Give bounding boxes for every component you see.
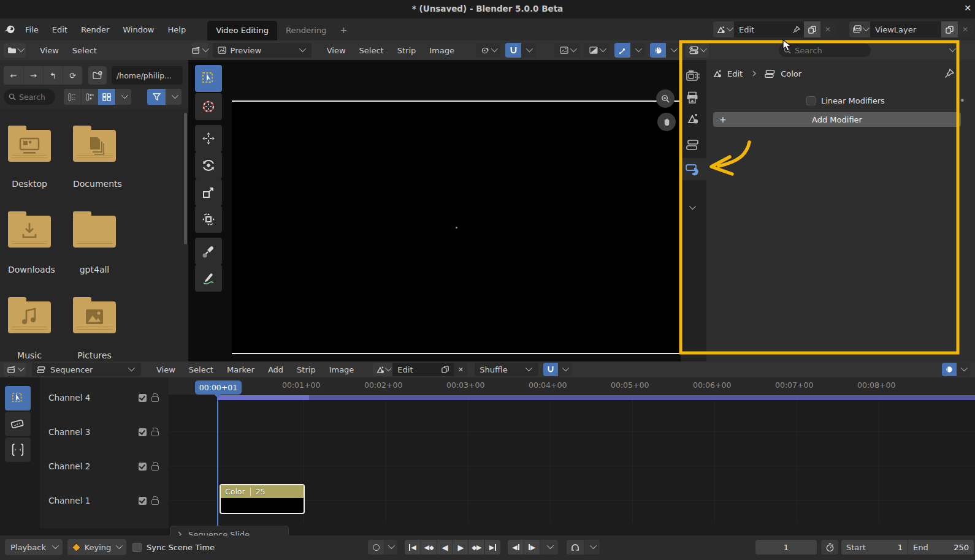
channel-1-lock-icon[interactable] <box>151 499 159 505</box>
fb-filter-toggle[interactable] <box>147 89 166 105</box>
current-frame-field[interactable]: 1 <box>755 540 817 554</box>
workspace-add-tab-button[interactable]: + <box>335 20 352 40</box>
tool-scale[interactable] <box>195 179 222 206</box>
timeline-ruler[interactable]: 00:01+00 00:02+00 00:03+00 00:04+00 00:0… <box>169 377 975 395</box>
list-item[interactable]: Pictures <box>73 301 116 360</box>
workspace-tab-rendering[interactable]: Rendering <box>277 21 335 40</box>
fb-display-settings-dropdown[interactable] <box>115 89 131 105</box>
seq-menu-add[interactable]: Add <box>261 365 290 374</box>
scene-delete-button[interactable]: ✕ <box>820 21 835 37</box>
frame-start-field[interactable]: Start 1 <box>841 540 908 554</box>
seq-snap-dropdown[interactable] <box>558 363 572 376</box>
seq-menu-image[interactable]: Image <box>323 365 361 374</box>
editor-type-properties[interactable] <box>686 43 709 58</box>
gizmo-settings-dropdown[interactable] <box>630 43 645 58</box>
workspace-tab-video-editing[interactable]: Video Editing <box>207 21 277 40</box>
next-frame-button[interactable]: ▶ <box>524 540 540 554</box>
fb-filter-dropdown[interactable] <box>166 89 182 105</box>
tab-modifier-properties[interactable] <box>681 158 706 180</box>
editor-type-sequencer[interactable] <box>4 363 26 376</box>
color-strip[interactable]: Color 25 <box>220 484 305 514</box>
proxy-render-size-dropdown[interactable] <box>554 43 580 58</box>
list-item[interactable]: Documents <box>73 130 116 189</box>
menu-window[interactable]: Window <box>116 25 161 34</box>
scene-browse-button[interactable] <box>713 21 734 37</box>
prev-keyframe-button[interactable]: ◀◆ <box>421 540 437 554</box>
play-reverse-button[interactable]: ◀ <box>437 540 453 554</box>
av-sync-button[interactable] <box>567 540 584 554</box>
viewlayer-delete-button[interactable]: ✕ <box>958 21 973 37</box>
channel-2-mute-checkbox[interactable] <box>139 463 147 471</box>
viewlayer-name-field[interactable]: ViewLayer <box>870 21 941 37</box>
channel-3-lock-icon[interactable] <box>151 431 159 436</box>
fb-scrollbar[interactable] <box>184 113 187 244</box>
seq-menu-view[interactable]: View <box>150 365 182 374</box>
menu-help[interactable]: Help <box>161 25 193 34</box>
keying-dropdown[interactable]: Keying <box>67 539 126 555</box>
jump-to-end-button[interactable]: ▶ <box>484 540 500 554</box>
preview-menu-strip[interactable]: Strip <box>391 46 423 55</box>
window-close-button[interactable]: ✕ <box>964 3 971 13</box>
frame-end-field[interactable]: End 250 <box>908 540 974 554</box>
scene-pin-icon[interactable] <box>788 21 804 37</box>
seq-menu-marker[interactable]: Marker <box>220 365 261 374</box>
fb-path-field[interactable]: /home/philip... <box>112 66 183 85</box>
menu-render[interactable]: Render <box>74 25 116 34</box>
seq-scene-field[interactable]: Edit <box>392 363 454 376</box>
prev-frame-button[interactable]: ◀ <box>508 540 524 554</box>
properties-tab-overflow-chevron[interactable] <box>689 205 694 211</box>
list-item[interactable]: Desktop <box>8 130 51 189</box>
editor-type-preview[interactable] <box>192 43 208 58</box>
gizmo-toggle[interactable] <box>614 43 630 58</box>
menu-edit[interactable]: Edit <box>45 25 74 34</box>
preview-menu-image[interactable]: Image <box>422 46 461 55</box>
operator-panel[interactable]: Sequence Slide <box>170 526 289 535</box>
tool-annotate[interactable] <box>195 265 222 292</box>
display-channels-dropdown[interactable] <box>584 43 610 58</box>
overlays-dropdown[interactable] <box>666 43 681 58</box>
tool-cursor[interactable] <box>195 93 222 120</box>
overlays-toggle[interactable] <box>650 43 666 58</box>
tool-sample[interactable] <box>195 238 222 265</box>
decorator-dot[interactable]: • <box>960 95 965 107</box>
tool-rotate[interactable] <box>195 152 222 179</box>
seq-tool-retime[interactable] <box>5 437 31 462</box>
fb-back-button[interactable]: ← <box>4 66 23 85</box>
seq-overlays-toggle[interactable] <box>942 363 957 376</box>
blender-logo-icon[interactable] <box>4 24 15 34</box>
pan-hand-button[interactable] <box>657 113 676 131</box>
channel-row-2[interactable]: Channel 2 <box>48 460 159 472</box>
record-dropdown[interactable] <box>384 540 397 554</box>
fb-menu-select[interactable]: Select <box>66 46 104 55</box>
fb-forward-button[interactable]: → <box>23 66 43 85</box>
seq-overlays-dropdown[interactable] <box>957 363 970 376</box>
sequencer-timeline[interactable]: 00:01+00 00:02+00 00:03+00 00:04+00 00:0… <box>0 377 975 535</box>
playback-dropdown[interactable]: Playback <box>5 539 63 555</box>
fb-new-folder-button[interactable] <box>88 66 107 85</box>
preview-menu-view[interactable]: View <box>320 46 353 55</box>
seq-menu-select[interactable]: Select <box>182 365 220 374</box>
tool-select-box[interactable] <box>195 65 222 92</box>
scene-new-copy-button[interactable] <box>804 21 820 37</box>
fb-up-button[interactable]: ↰ <box>43 66 63 85</box>
list-item[interactable]: Music <box>8 301 51 360</box>
seq-scene-browse-button[interactable] <box>373 363 392 376</box>
record-button[interactable] <box>368 540 384 554</box>
preview-mode-dropdown[interactable]: Preview <box>213 43 312 58</box>
pivot-point-dropdown[interactable] <box>476 43 500 58</box>
next-keyframe-button[interactable]: ◆▶ <box>468 540 484 554</box>
seq-snap-toggle[interactable] <box>543 363 558 376</box>
scene-name-field[interactable]: Edit <box>734 21 788 37</box>
timeline-view-scrollbar[interactable] <box>218 395 309 400</box>
tab-output-properties[interactable] <box>686 91 700 104</box>
list-item[interactable]: Downloads <box>8 216 51 274</box>
tab-strip-properties[interactable] <box>686 139 700 151</box>
channel-row-3[interactable]: Channel 3 <box>48 426 159 438</box>
channel-1-mute-checkbox[interactable] <box>139 497 147 505</box>
linear-modifiers-checkbox[interactable] <box>806 96 816 105</box>
channel-row-4[interactable]: Channel 4 <box>48 392 159 404</box>
playhead-line[interactable] <box>217 395 218 528</box>
sync-scene-time-row[interactable]: Sync Scene Time <box>132 539 215 555</box>
snap-settings-dropdown[interactable] <box>521 43 536 58</box>
breadcrumb-pin-icon[interactable] <box>944 69 954 78</box>
